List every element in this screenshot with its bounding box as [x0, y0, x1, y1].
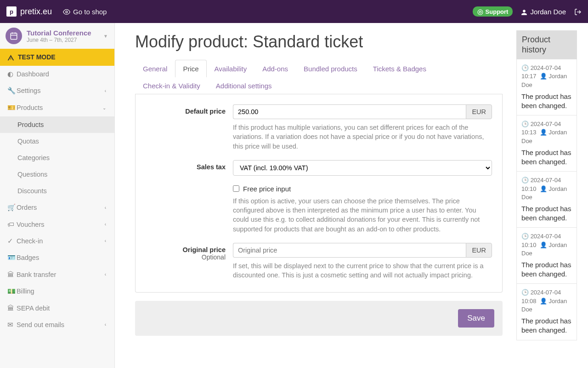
- logo-icon: p: [6, 6, 17, 17]
- nav-label: Vouchers: [17, 221, 44, 228]
- sales-tax-select[interactable]: VAT (incl. 19.00% VAT): [233, 160, 492, 176]
- life-ring-icon: [477, 8, 483, 15]
- nav-orders[interactable]: 🛒 Orders ‹: [0, 199, 114, 216]
- nav-label: Products: [17, 104, 43, 111]
- tab-general[interactable]: General: [135, 60, 175, 77]
- chevron-down-icon: ⌄: [102, 105, 106, 110]
- currency-addon: EUR: [466, 104, 492, 119]
- chevron-left-icon: ‹: [105, 222, 106, 227]
- wrench-icon: 🔧: [7, 87, 17, 95]
- save-bar: Save: [135, 301, 503, 336]
- shop-link-label: Go to shop: [73, 8, 107, 16]
- caret-down-icon: ▼: [103, 34, 108, 39]
- nav-label: Billing: [17, 288, 34, 295]
- brand-text: pretix.eu: [20, 7, 52, 17]
- default-price-help: If this product has multiple variations,…: [233, 123, 492, 151]
- nav-label: SEPA debit: [17, 305, 50, 312]
- ticket-icon: 🎫: [7, 104, 17, 112]
- history-message: The product has been changed.: [521, 204, 572, 223]
- go-to-shop-link[interactable]: Go to shop: [63, 7, 107, 16]
- free-price-checkbox-row[interactable]: Free price input: [233, 185, 492, 193]
- nav-dashboard[interactable]: ◐ Dashboard: [0, 66, 114, 82]
- nav-products-discounts[interactable]: Discounts: [0, 183, 114, 199]
- nav-checkin[interactable]: ✓ Check-in ‹: [0, 233, 114, 249]
- tab-availability[interactable]: Availability: [207, 60, 255, 77]
- history-entry[interactable]: 🕒 2024-07-04 10:10 👤 Jordan DoeThe produ…: [516, 172, 577, 228]
- chevron-left-icon: ‹: [105, 88, 106, 93]
- history-message: The product has been changed.: [521, 316, 572, 335]
- nav-billing[interactable]: 💵 Billing: [0, 283, 114, 300]
- nav-products-questions[interactable]: Questions: [0, 166, 114, 183]
- envelope-icon: ✉: [7, 321, 17, 328]
- event-dates: June 4th – 7th, 2027: [27, 37, 91, 43]
- tab-bundled[interactable]: Bundled products: [296, 60, 365, 77]
- user-icon: [521, 7, 527, 15]
- topbar: p pretix.eu Go to shop Support Jordan Do…: [0, 0, 588, 23]
- tab-price[interactable]: Price: [175, 60, 206, 77]
- tab-addons[interactable]: Add-ons: [254, 60, 296, 77]
- history-entry[interactable]: 🕒 2024-07-04 10:10 👤 Jordan DoeThe produ…: [516, 228, 577, 284]
- clock-icon: 🕒: [521, 64, 529, 71]
- user-menu[interactable]: Jordan Doe: [521, 7, 566, 15]
- warning-icon: [7, 53, 14, 61]
- clock-icon: 🕒: [521, 233, 529, 240]
- svg-point-0: [66, 11, 68, 13]
- nav-label: Settings: [17, 87, 40, 94]
- currency-addon: EUR: [466, 243, 492, 258]
- page-title: Modify product: Standard ticket: [135, 32, 503, 52]
- nav-bank-transfer[interactable]: 🏛 Bank transfer ‹: [0, 266, 114, 283]
- nav-send-emails[interactable]: ✉ Send out emails ‹: [0, 316, 114, 333]
- tab-additional[interactable]: Additional settings: [208, 77, 280, 94]
- clock-icon: 🕒: [521, 177, 529, 184]
- nav-label: Products: [17, 121, 44, 128]
- id-card-icon: 🪪: [7, 254, 17, 262]
- nav-label: Quotas: [17, 138, 39, 145]
- support-label: Support: [486, 8, 509, 15]
- nav-products[interactable]: 🎫 Products ⌄: [0, 99, 114, 116]
- tab-checkin-validity[interactable]: Check-in & Validity: [135, 77, 208, 94]
- sidebar: Tutorial Conference June 4th – 7th, 2027…: [0, 23, 115, 368]
- nav-label: Questions: [17, 171, 47, 178]
- event-switcher[interactable]: Tutorial Conference June 4th – 7th, 2027…: [0, 23, 114, 49]
- form-pane: Default price EUR If this product has mu…: [135, 94, 503, 293]
- logout-icon[interactable]: [574, 7, 582, 16]
- default-price-input[interactable]: [233, 104, 466, 119]
- svg-rect-4: [11, 33, 17, 40]
- history-entry[interactable]: 🕒 2024-07-04 10:08 👤 Jordan DoeThe produ…: [516, 284, 577, 340]
- nav-products-products[interactable]: Products: [0, 116, 114, 133]
- test-mode-banner: TEST MODE: [0, 49, 114, 66]
- free-price-checkbox[interactable]: [233, 185, 239, 192]
- clock-icon: 🕒: [521, 121, 529, 127]
- history-message: The product has been changed.: [521, 92, 572, 111]
- history-header: Product history: [516, 30, 577, 59]
- chevron-left-icon: ‹: [105, 205, 106, 210]
- check-icon: ✓: [7, 237, 17, 245]
- user-icon: 👤: [540, 185, 547, 192]
- nav-vouchers[interactable]: 🏷 Vouchers ‹: [0, 216, 114, 233]
- nav-settings[interactable]: 🔧 Settings ‹: [0, 82, 114, 99]
- save-button[interactable]: Save: [458, 309, 494, 328]
- history-message: The product has been changed.: [521, 260, 572, 279]
- tags-icon: 🏷: [7, 221, 17, 228]
- user-icon: 👤: [540, 73, 547, 80]
- gauge-icon: ◐: [7, 70, 17, 78]
- nav-sepa[interactable]: 🏛 SEPA debit: [0, 300, 114, 316]
- history-entry[interactable]: 🕒 2024-07-04 10:13 👤 Jordan DoeThe produ…: [516, 115, 577, 172]
- nav-label: Send out emails: [17, 321, 64, 328]
- original-price-help: If set, this will be displayed next to t…: [233, 261, 492, 280]
- nav-products-quotas[interactable]: Quotas: [0, 133, 114, 150]
- bank-icon: 🏛: [7, 271, 17, 278]
- nav-badges[interactable]: 🪪 Badges: [0, 249, 114, 266]
- sales-tax-label: Sales tax: [146, 160, 233, 176]
- eye-icon: [63, 7, 70, 16]
- money-icon: 💵: [7, 288, 17, 295]
- nav-label: Badges: [17, 254, 39, 261]
- nav-products-categories[interactable]: Categories: [0, 150, 114, 166]
- original-price-input[interactable]: [233, 243, 466, 258]
- history-entry[interactable]: 🕒 2024-07-04 10:17 👤 Jordan DoeThe produ…: [516, 59, 577, 115]
- tab-tickets-badges[interactable]: Tickets & Badges: [365, 60, 434, 77]
- support-badge[interactable]: Support: [473, 6, 513, 16]
- free-price-label: Free price input: [243, 185, 291, 193]
- brand[interactable]: p pretix.eu: [6, 6, 52, 17]
- tabs: General Price Availability Add-ons Bundl…: [135, 60, 503, 94]
